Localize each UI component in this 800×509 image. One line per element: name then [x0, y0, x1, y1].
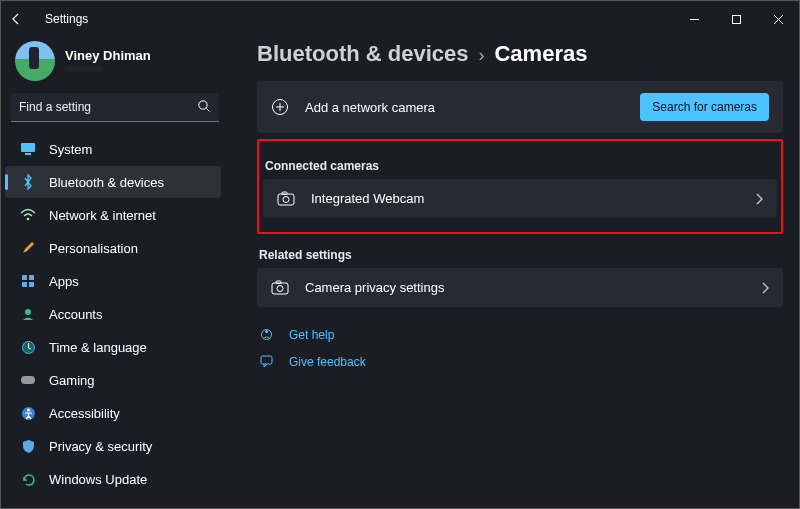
sidebar-item-windows-update[interactable]: Windows Update — [5, 463, 221, 495]
chevron-right-icon: › — [478, 45, 484, 66]
sidebar: Viney Dhiman ·············· System Bluet… — [1, 37, 233, 508]
apps-icon — [19, 272, 37, 290]
svg-rect-1 — [732, 15, 740, 23]
sidebar-item-label: Gaming — [49, 373, 95, 388]
window-title: Settings — [45, 12, 88, 26]
accounts-icon — [19, 305, 37, 323]
globe-clock-icon — [19, 338, 37, 356]
search-icon — [197, 99, 211, 113]
sidebar-item-label: Apps — [49, 274, 79, 289]
accessibility-icon — [19, 404, 37, 422]
sidebar-item-label: Bluetooth & devices — [49, 175, 164, 190]
svg-point-13 — [25, 309, 31, 315]
connected-cameras-heading: Connected cameras — [265, 159, 777, 173]
titlebar: Settings — [1, 1, 799, 37]
sidebar-item-gaming[interactable]: Gaming — [5, 364, 221, 396]
get-help-link[interactable]: Get help — [257, 321, 783, 348]
svg-point-28 — [265, 330, 268, 333]
camera-privacy-settings-row[interactable]: Camera privacy settings — [257, 268, 783, 307]
search-for-cameras-button[interactable]: Search for cameras — [640, 93, 769, 121]
svg-rect-26 — [276, 281, 281, 284]
sidebar-item-label: Accessibility — [49, 406, 120, 421]
sidebar-item-label: Privacy & security — [49, 439, 152, 454]
sidebar-item-apps[interactable]: Apps — [5, 265, 221, 297]
sidebar-item-label: Time & language — [49, 340, 147, 355]
svg-rect-23 — [282, 192, 287, 195]
sidebar-item-system[interactable]: System — [5, 133, 221, 165]
nav-list: System Bluetooth & devices Network & int… — [1, 132, 225, 508]
svg-rect-24 — [272, 283, 288, 294]
shield-icon — [19, 437, 37, 455]
chevron-right-icon — [761, 282, 769, 294]
breadcrumb-parent[interactable]: Bluetooth & devices — [257, 41, 468, 67]
svg-point-8 — [27, 218, 30, 221]
related-item-label: Camera privacy settings — [305, 280, 444, 295]
gaming-icon — [19, 371, 37, 389]
svg-rect-7 — [25, 153, 31, 155]
user-email: ·············· — [65, 63, 151, 74]
sidebar-item-label: Network & internet — [49, 208, 156, 223]
bluetooth-icon — [19, 173, 37, 191]
maximize-button[interactable] — [715, 1, 757, 37]
svg-point-25 — [277, 286, 283, 292]
system-icon — [19, 140, 37, 158]
main-content: Bluetooth & devices › Cameras Add a netw… — [233, 37, 799, 508]
back-button[interactable] — [9, 12, 33, 26]
svg-rect-29 — [261, 356, 272, 364]
sidebar-item-time-language[interactable]: Time & language — [5, 331, 221, 363]
svg-rect-15 — [21, 376, 35, 384]
breadcrumb: Bluetooth & devices › Cameras — [257, 41, 783, 67]
add-network-camera-row: Add a network camera Search for cameras — [257, 81, 783, 133]
camera-icon — [271, 280, 291, 295]
connected-camera-item[interactable]: Integrated Webcam — [263, 179, 777, 218]
sidebar-item-label: Personalisation — [49, 241, 138, 256]
sidebar-item-accessibility[interactable]: Accessibility — [5, 397, 221, 429]
avatar — [15, 41, 55, 81]
minimize-button[interactable] — [673, 1, 715, 37]
svg-point-22 — [283, 197, 289, 203]
svg-rect-21 — [278, 194, 294, 205]
add-icon — [271, 98, 291, 116]
paintbrush-icon — [19, 239, 37, 257]
related-settings-heading: Related settings — [259, 248, 783, 262]
camera-icon — [277, 191, 297, 206]
sidebar-item-network[interactable]: Network & internet — [5, 199, 221, 231]
sidebar-item-label: Windows Update — [49, 472, 147, 487]
svg-rect-12 — [29, 282, 34, 287]
svg-rect-6 — [21, 143, 35, 152]
svg-point-4 — [199, 101, 207, 109]
search-input[interactable] — [11, 93, 219, 122]
sidebar-item-privacy-security[interactable]: Privacy & security — [5, 430, 221, 462]
give-feedback-link[interactable]: Give feedback — [257, 348, 783, 375]
user-name: Viney Dhiman — [65, 48, 151, 63]
sidebar-item-label: System — [49, 142, 92, 157]
camera-item-label: Integrated Webcam — [311, 191, 424, 206]
chevron-right-icon — [755, 193, 763, 205]
svg-point-17 — [27, 408, 30, 411]
sidebar-item-personalisation[interactable]: Personalisation — [5, 232, 221, 264]
svg-line-5 — [206, 108, 209, 111]
wifi-icon — [19, 206, 37, 224]
sidebar-item-accounts[interactable]: Accounts — [5, 298, 221, 330]
profile-block[interactable]: Viney Dhiman ·············· — [1, 37, 225, 93]
sidebar-item-label: Accounts — [49, 307, 102, 322]
update-icon — [19, 470, 37, 488]
add-network-camera-label: Add a network camera — [305, 100, 435, 115]
svg-rect-9 — [22, 275, 27, 280]
give-feedback-label: Give feedback — [289, 355, 366, 369]
svg-rect-10 — [29, 275, 34, 280]
sidebar-item-bluetooth-devices[interactable]: Bluetooth & devices — [5, 166, 221, 198]
feedback-icon — [259, 354, 277, 369]
svg-rect-11 — [22, 282, 27, 287]
close-button[interactable] — [757, 1, 799, 37]
get-help-label: Get help — [289, 328, 334, 342]
breadcrumb-current: Cameras — [494, 41, 587, 67]
highlight-annotation: Connected cameras Integrated Webcam — [257, 139, 783, 234]
help-icon — [259, 327, 277, 342]
